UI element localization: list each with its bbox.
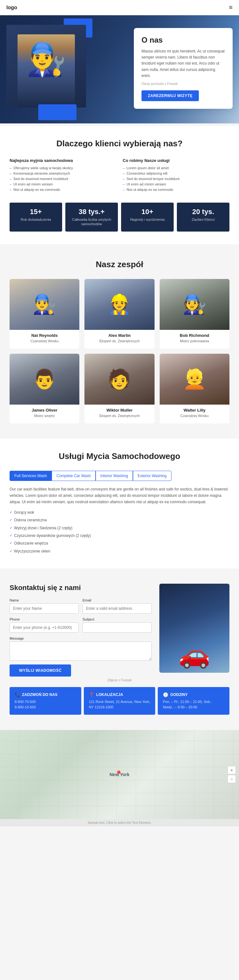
hero-section: O nas Massa ultrices mi quis hendrerit. …	[0, 15, 239, 123]
name-input[interactable]	[10, 603, 79, 614]
info-box-hours: 🕒 GODZINY Pon. – Pt.: 11:00 – 21:00, Sob…	[158, 687, 229, 715]
team-card-3: 👨 James Oliver Mistrz wnętrz	[10, 354, 79, 423]
stat-label-2: Nagrody i wyróżnienia	[125, 217, 170, 222]
team-role-5: Czarodziej Wosku	[160, 413, 229, 418]
hero-card-text: Massa ultrices mi quis hendrerit. Ac ut …	[141, 48, 225, 79]
form-row-2: Phone Subject	[10, 617, 152, 633]
hero-photo-credit: Obraz pochodzi z Freepik	[141, 81, 225, 86]
team-section: Nasz zespół 👨‍🔧 Nat Reynolds Czarodziej …	[0, 247, 239, 436]
subject-input[interactable]	[83, 622, 152, 633]
stat-box-1: 38 tys.+ Całkowita liczba umytych samoch…	[65, 203, 118, 232]
team-photo-1: 👷	[85, 279, 154, 330]
tab-complete-wash[interactable]: Complete Car Wash	[51, 471, 96, 481]
team-photo-5: 👱	[160, 354, 229, 405]
stat-label-1: Całkowita liczba umytych samochodów	[69, 217, 114, 226]
team-emoji-3: 👨	[32, 368, 56, 390]
team-name-0: Nat Reynolds	[10, 330, 79, 339]
team-emoji-4: 🧑	[107, 368, 131, 390]
stat-label-0: Rok doświadczenia	[13, 217, 58, 222]
team-photo-2: 🧑‍🔧	[160, 279, 229, 330]
info-box-phone-text: 8-800-70-500 8-800-10-500	[14, 699, 76, 710]
contact-form-area: Skontaktuj się z nami Name Email Phone S…	[10, 584, 152, 676]
why-col-2: Co robimy Nasze usługi Lorem ipsum dolor…	[123, 158, 229, 193]
why-col-1-list: Oferujemy wiele usług w twojej okolicy K…	[10, 166, 116, 191]
stat-number-3: 20 tys.	[181, 208, 226, 216]
list-item: Konserwacja ekranów zewnętrznych	[10, 172, 116, 175]
map-placeholder[interactable]: New York 📍 + −	[0, 730, 239, 819]
stat-box-3: 20 tys. Zaufani Klienci	[177, 203, 229, 232]
team-role-2: Mistrz polerowania	[160, 339, 229, 344]
team-role-4: Ekspert ds. Zewnętrznych	[85, 413, 154, 418]
team-name-2: Bob Richmond	[160, 330, 229, 339]
location-icon: 📍	[89, 692, 94, 697]
team-photo-0: 👨‍🔧	[10, 279, 79, 330]
email-input[interactable]	[83, 603, 152, 614]
why-col-2-list: Lorem ipsum dolor sit amet Consectetur a…	[123, 166, 229, 191]
services-section: Usługi Mycia Samochodowego Full Services…	[0, 439, 239, 569]
name-label: Name	[10, 598, 79, 602]
form-group-phone: Phone	[10, 617, 79, 633]
phone-icon: 📞	[14, 692, 20, 697]
tab-exterior[interactable]: Exterior Washing	[133, 471, 172, 481]
team-emoji-1: 👷	[107, 293, 131, 315]
map-section: New York 📍 + − Sample text. Click to sel…	[0, 730, 239, 826]
team-role-0: Czarodziej Wosku	[10, 339, 79, 344]
map-zoom-out-button[interactable]: −	[228, 775, 236, 783]
team-grid: 👨‍🔧 Nat Reynolds Czarodziej Wosku 👷 Alex…	[10, 279, 229, 423]
service-checklist: Gorący wok Osłona ceramiczna Wytrzyj drz…	[10, 509, 229, 554]
info-box-hours-text: Pon. – Pt.: 11:00 – 21:00, Sob.: Niedz.:…	[163, 699, 225, 710]
stat-box-2: 10+ Nagrody i wyróżnienia	[121, 203, 174, 232]
team-title: Nasz zespół	[10, 259, 229, 269]
why-col-1: Najlepsza myjnia samochodowa Oferujemy w…	[10, 158, 116, 193]
list-item: Nisi ut aliquip ex ea commodo	[10, 188, 116, 191]
submit-button[interactable]: WYŚLIJ WIADOMOŚĆ	[10, 665, 71, 676]
form-group-email: Email	[83, 598, 152, 614]
message-textarea[interactable]	[10, 641, 152, 661]
hero-worker-figure	[18, 34, 75, 108]
info-box-phone: 📞 ZADZWOŃ DO NAS 8-800-70-500 8-800-10-5…	[10, 687, 81, 715]
form-group-message: Message	[10, 636, 152, 665]
list-item: Wyczyszczenie okien	[10, 548, 229, 554]
map-zoom-in-button[interactable]: +	[228, 766, 236, 774]
phone-input[interactable]	[10, 622, 79, 633]
info-box-location: 📍 LOKALIZACJA 121 Rock Street, 21 Avenue…	[84, 687, 156, 715]
team-role-1: Ekspert ds. Zewnętrznych	[85, 339, 154, 344]
hero-accent-rect-2	[38, 104, 77, 120]
team-emoji-0: 👨‍🔧	[32, 293, 56, 315]
stat-number-1: 38 tys.+	[69, 208, 114, 216]
menu-button[interactable]: ≡	[229, 4, 233, 11]
tab-full-services[interactable]: Full Services Wash	[10, 471, 51, 481]
team-emoji-5: 👱	[183, 368, 207, 390]
team-photo-3: 👨	[10, 354, 79, 405]
list-item: Lorem ipsum dolor sit amet	[123, 166, 229, 170]
subject-label: Subject	[83, 617, 152, 621]
contact-photo-area	[159, 584, 229, 676]
list-item: Sed do eiusmod tempor incididunt	[123, 177, 229, 181]
info-box-phone-title: 📞 ZADZWOŃ DO NAS	[14, 692, 76, 697]
stat-number-2: 10+	[125, 208, 170, 216]
tab-interior[interactable]: Interior Washing	[96, 471, 133, 481]
team-card-4: 🧑 Wiktor Muller Ekspert ds. Zewnętrznych	[85, 354, 154, 423]
contact-car-photo	[159, 584, 229, 673]
info-boxes: 📞 ZADZWOŃ DO NAS 8-800-70-500 8-800-10-5…	[10, 687, 229, 715]
team-name-3: James Oliver	[10, 405, 79, 413]
why-section: Dlaczego klienci wybierają nas? Najlepsz…	[0, 126, 239, 244]
reserve-button[interactable]: ZAREZERWUJ WIZYTĘ	[141, 90, 199, 101]
why-title: Dlaczego klienci wybierają nas?	[10, 139, 229, 148]
list-item: Nisi ut aliquip ex ea commodo	[123, 188, 229, 191]
list-item: Consectetur adipiscing elit	[123, 172, 229, 175]
phone-label: Phone	[10, 617, 79, 621]
list-item: Wytrzyj drzwi i Siedzenia (2 rzędy)	[10, 525, 229, 531]
hero-card-title: O nas	[141, 36, 225, 45]
hero-person-image	[6, 25, 86, 108]
map-zoom-controls: + −	[228, 766, 236, 783]
team-name-5: Walter Lilly	[160, 405, 229, 413]
list-item: Gorący wok	[10, 509, 229, 515]
team-emoji-2: 🧑‍🔧	[183, 293, 207, 315]
stat-box-0: 15+ Rok doświadczenia	[10, 203, 62, 232]
message-label: Message	[10, 636, 152, 640]
form-group-subject: Subject	[83, 617, 152, 633]
services-tabs: Full Services Wash Complete Car Wash Int…	[10, 471, 229, 481]
clock-icon: 🕒	[163, 692, 168, 697]
info-box-location-text: 121 Rock Street, 21 Avenue, New York, NY…	[89, 699, 151, 710]
